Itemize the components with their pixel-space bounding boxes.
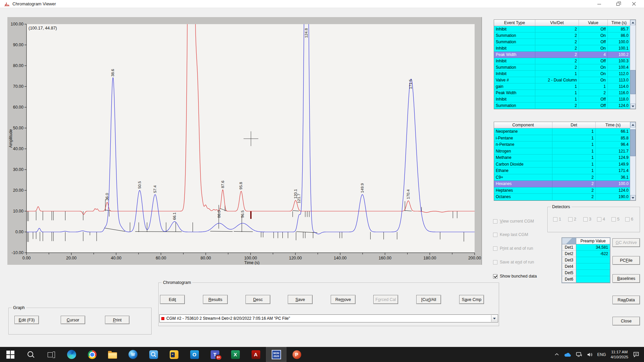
table-row[interactable]: Heptanes2124.0	[494, 187, 636, 194]
preamp-row[interactable]: Det4	[562, 263, 610, 270]
taskbar-icon-file-explorer[interactable]	[102, 347, 123, 362]
speaker-icon[interactable]	[587, 352, 593, 357]
close-window-button[interactable]	[627, 0, 641, 8]
onedrive-cloud-icon[interactable]	[564, 352, 571, 357]
preamp-row[interactable]: Det2-622	[562, 251, 610, 257]
taskbar-clock[interactable]: 11:17 AM 4/10/2025	[611, 350, 628, 360]
table-row[interactable]: Inhibit2On100.1	[494, 45, 636, 52]
restore-button[interactable]	[610, 0, 625, 8]
table-row[interactable]: Summation2Off100.0	[494, 39, 636, 45]
column-header[interactable]: Time (s)	[596, 122, 631, 128]
table-row[interactable]: Hexanes2100.0	[494, 181, 636, 187]
pc-file-button[interactable]: PC File	[612, 256, 640, 265]
preamp-row[interactable]: Det3	[562, 257, 610, 263]
dropdown-arrow-button[interactable]	[491, 315, 497, 322]
edit-button[interactable]: Edit	[160, 295, 185, 304]
table-row[interactable]: C9+236.1	[494, 174, 636, 181]
network-display-icon[interactable]	[576, 352, 582, 357]
print-button[interactable]: Print	[105, 316, 129, 324]
table-row[interactable]: Summation2On86.0	[494, 33, 636, 39]
column-header[interactable]: Vlv/Det	[535, 20, 579, 26]
raw-data-button[interactable]: Raw Data	[612, 296, 640, 304]
table-row[interactable]: Summation2Off124.0	[494, 103, 636, 109]
table-row[interactable]: gain11114.0	[494, 83, 636, 90]
peak-label: 57.4	[153, 185, 157, 193]
taskbar-icon-start[interactable]	[0, 347, 20, 362]
baselines-button[interactable]: Baselines	[612, 274, 640, 283]
scrollbar-thumb[interactable]	[630, 129, 636, 156]
column-header[interactable]: Component	[494, 122, 552, 128]
table-cell: Ethane	[494, 168, 552, 174]
table-row[interactable]: Summation2On100.4	[494, 64, 636, 71]
table-row[interactable]: Neopentane166.1	[494, 128, 636, 135]
table-row[interactable]: Nitrogen1121.7	[494, 148, 636, 155]
scroll-up-button[interactable]	[630, 122, 636, 127]
event-table: Event TypeVlv/DetValueTime (s)Inhibit2Of…	[494, 19, 636, 109]
table-row[interactable]: Inhibit2Off85.7	[494, 26, 636, 33]
table-cell: Off	[579, 39, 608, 45]
save-button[interactable]: Save	[288, 295, 313, 304]
vertical-scrollbar[interactable]	[630, 122, 636, 200]
cur-all-button[interactable]: [Cur]/All	[416, 295, 441, 304]
chromatogram-plot[interactable]: -10.000.0010.0020.0030.0040.0050.0060.00…	[7, 17, 482, 265]
table-row[interactable]: Ethane1171.4	[494, 168, 636, 174]
taskbar-icon-chrome[interactable]	[82, 347, 102, 362]
table-cell: Peak Width	[494, 52, 535, 58]
preamp-row[interactable]: Det6	[562, 276, 610, 283]
table-row[interactable]: Methane1124.9	[494, 155, 636, 161]
scroll-down-button[interactable]	[630, 104, 636, 109]
taskbar-icon-outlook[interactable]: O	[184, 347, 205, 362]
remove-button[interactable]: Remove	[331, 295, 356, 304]
scroll-down-button[interactable]	[630, 195, 636, 200]
table-row[interactable]: Octanes2190.0	[494, 194, 636, 200]
close-button[interactable]: Close	[612, 317, 640, 325]
preamp-det-label: Det5	[562, 270, 576, 276]
table-cell: Octanes	[494, 194, 552, 200]
preamp-value-cell	[576, 257, 610, 263]
scrollbar-thumb[interactable]	[630, 70, 636, 94]
column-header[interactable]: Value	[579, 20, 608, 26]
taskbar-icon-webex[interactable]: W	[123, 347, 143, 362]
taskbar-icon-mon2020[interactable]: MON2020	[266, 347, 286, 362]
table-cell: 100.2	[608, 52, 631, 58]
column-header[interactable]: Event Type	[494, 20, 535, 26]
scroll-up-button[interactable]	[630, 20, 636, 25]
taskbar-icon-magnifier-app[interactable]	[143, 347, 164, 362]
taskbar-icon-edge[interactable]	[61, 347, 82, 362]
taskbar-icon-task-view[interactable]	[41, 347, 61, 362]
preamp-det-label: Det6	[562, 276, 576, 283]
cursor-button[interactable]: Cursor	[61, 316, 85, 324]
table-row[interactable]: Inhibit1On112.0	[494, 71, 636, 77]
results-button[interactable]: Results	[203, 295, 228, 304]
table-row[interactable]: Inhibit2Off100.3	[494, 58, 636, 64]
table-row[interactable]: n-Pentane196.4	[494, 141, 636, 148]
taskbar-icon-search[interactable]	[20, 347, 41, 362]
table-row[interactable]: i-Pentane185.8	[494, 135, 636, 142]
table-row[interactable]: Inhibit1Off118.0	[494, 96, 636, 103]
edit-f3-button[interactable]: Edit (F3)	[14, 316, 39, 324]
cgm-file-dropdown[interactable]: CGM #2 - 753610 2 Stream=4 Det=2 8/20/20…	[159, 314, 498, 322]
language-indicator[interactable]: ENG	[597, 352, 606, 357]
show-bunched-data-checkbox[interactable]	[493, 274, 497, 279]
preamp-table: Preamp ValueDet134,581Det2-622Det3Det4De…	[561, 237, 610, 283]
column-header[interactable]: Time (s)	[608, 20, 631, 26]
taskbar-icon-gc-app[interactable]	[164, 347, 184, 362]
taskbar-icon-teams[interactable]: T9+	[205, 347, 225, 362]
preamp-row[interactable]: Det134,581	[562, 244, 610, 251]
table-cell: 1	[535, 96, 579, 103]
table-row[interactable]: Valve #2 - Dual ColumnOn113.0	[494, 77, 636, 83]
table-row[interactable]: Peak Width12116.0	[494, 90, 636, 96]
table-row[interactable]: Peak Width24100.2	[494, 52, 636, 58]
column-header[interactable]: Det	[552, 122, 596, 128]
taskbar-icon-excel[interactable]: X	[225, 347, 246, 362]
table-row[interactable]: Carbon Dioxide1149.9	[494, 161, 636, 168]
preamp-row[interactable]: Det5	[562, 270, 610, 276]
tray-chevron-up-icon[interactable]	[554, 353, 559, 356]
minimize-button[interactable]	[592, 0, 606, 8]
vertical-scrollbar[interactable]	[630, 20, 636, 109]
taskbar-icon-acrobat[interactable]: A	[246, 347, 266, 362]
save-cmp-button[interactable]: Save Cmp	[459, 295, 484, 304]
notification-center-icon[interactable]	[633, 352, 639, 357]
desc-button[interactable]: Desc	[246, 295, 270, 304]
taskbar-icon-powerpoint[interactable]: P	[286, 347, 307, 362]
